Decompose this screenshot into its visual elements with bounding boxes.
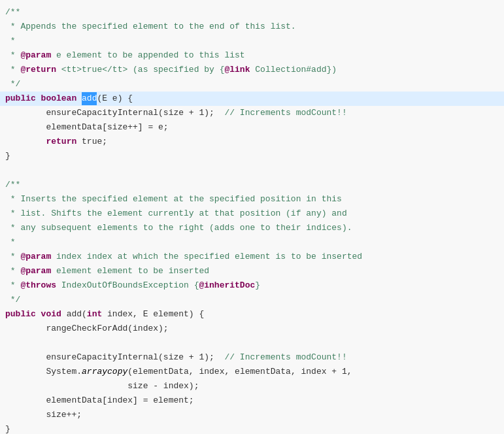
code-line: return true; — [0, 135, 504, 149]
code-line: } — [0, 422, 504, 434]
code-line: public boolean add(E e) { — [0, 92, 504, 106]
code-line: public void add(int index, E element) { — [0, 307, 504, 322]
code-line: } — [0, 149, 504, 163]
code-line: size++; — [0, 408, 504, 422]
code-line: System.arraycopy(elementData, index, ele… — [0, 365, 504, 379]
code-line: * Inserts the specified element at the s… — [0, 192, 504, 207]
code-line: /** — [0, 178, 504, 192]
code-lines: /** * Appends the specified element to t… — [0, 5, 504, 434]
code-line: * Appends the specified element to the e… — [0, 20, 504, 34]
code-line: ensureCapacityInternal(size + 1); // Inc… — [0, 106, 504, 120]
code-line — [0, 336, 504, 350]
code-line: ensureCapacityInternal(size + 1); // Inc… — [0, 350, 504, 365]
code-line: * — [0, 235, 504, 250]
code-container: /** * Appends the specified element to t… — [0, 0, 504, 434]
code-line: * — [0, 34, 504, 48]
code-line: * @throws IndexOutOfBoundsException {@in… — [0, 278, 504, 293]
code-line: rangeCheckForAdd(index); — [0, 322, 504, 336]
code-line: * @param e element to be appended to thi… — [0, 48, 504, 63]
code-line: */ — [0, 293, 504, 307]
code-line: elementData[index] = element; — [0, 393, 504, 408]
code-line — [0, 163, 504, 178]
code-line: /** — [0, 5, 504, 20]
code-line: elementData[size++] = e; — [0, 120, 504, 135]
code-line: * @return <tt>true</tt> (as specified by… — [0, 63, 504, 77]
code-line: */ — [0, 77, 504, 92]
code-line: * any subsequent elements to the right (… — [0, 221, 504, 235]
code-line: * @param element element to be inserted — [0, 264, 504, 278]
code-line: * list. Shifts the element currently at … — [0, 207, 504, 221]
code-line: * @param index index at which the specif… — [0, 250, 504, 264]
code-line: size - index); — [0, 379, 504, 393]
